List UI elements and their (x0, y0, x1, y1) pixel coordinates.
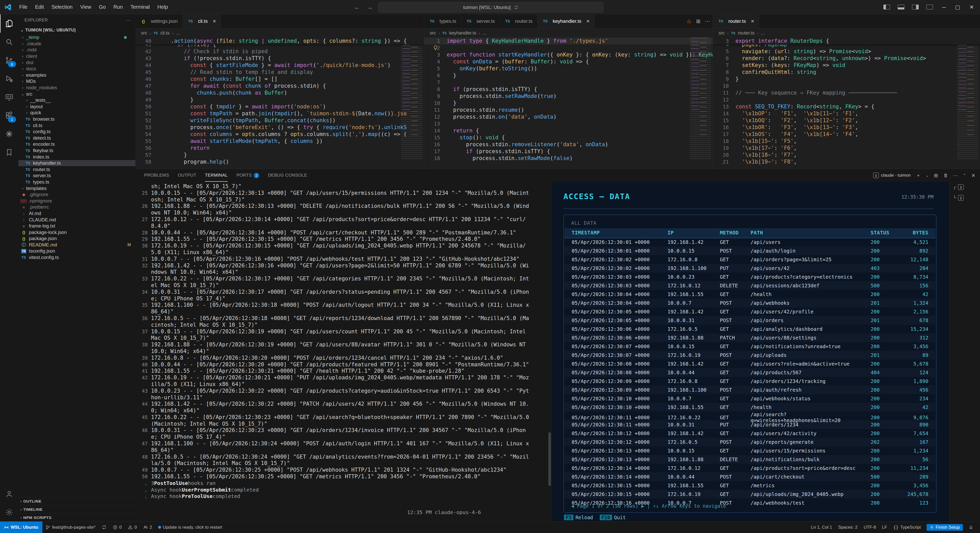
tab-router-ts[interactable]: TSrouter.ts (500, 14, 538, 28)
more-icon[interactable]: ⋯ (705, 18, 710, 24)
tab-server-ts[interactable]: TSserver.ts (461, 14, 500, 28)
toggle-panel-icon[interactable] (898, 5, 904, 10)
folder--temp[interactable]: ›_temp (18, 34, 135, 41)
maximize-panel-icon[interactable]: ⌃ (963, 173, 966, 178)
file-keyhandler-ts[interactable]: TSkeyhandler.ts (18, 160, 135, 166)
account-icon[interactable] (0, 485, 18, 503)
bookmarks-icon[interactable] (0, 143, 18, 162)
minimap[interactable] (690, 38, 711, 160)
finish-setup-button[interactable]: Finish Setup (927, 524, 963, 531)
run-debug-icon[interactable] (0, 70, 18, 88)
code-editor[interactable]: 1import type { KeyHandlerHandle } from '… (424, 38, 713, 169)
status-sync[interactable] (99, 522, 110, 533)
tuimon-terminal[interactable]: ACCESS — DATA 12:35:30 PM ALL DATA TIMES… (552, 182, 949, 522)
terminal-list-item-claude[interactable]: └❯ (949, 193, 980, 203)
close-tab-icon[interactable]: ✕ (213, 19, 216, 24)
menu-run[interactable]: Run (110, 4, 127, 10)
menu-terminal[interactable]: Terminal (126, 4, 154, 10)
file-ai-md[interactable]: ↓AI.md (18, 210, 135, 217)
folder-mds[interactable]: ›MDs (18, 78, 135, 84)
menu-view[interactable]: View (76, 4, 95, 10)
file-types-ts[interactable]: TStypes.ts (18, 179, 135, 185)
status-warn[interactable]: 0 (125, 522, 140, 533)
menu-go[interactable]: Go (95, 4, 110, 10)
breadcrumb[interactable]: src›TSkeyhandler.ts›... (424, 29, 713, 38)
menu-edit[interactable]: Edit (31, 4, 48, 10)
lightbulb-icon[interactable] (433, 45, 438, 50)
breadcrumb[interactable]: src›TScli.ts›... (135, 29, 424, 38)
close-icon[interactable]: ✕ (969, 4, 974, 10)
command-center[interactable]: tuimon [WSL: Ubuntu] (378, 2, 604, 13)
file-claude-md[interactable]: ↓CLAUDE.md (18, 216, 135, 223)
tab-settings-json[interactable]: {}settings.json (135, 14, 183, 28)
panel-tab-debug-console[interactable]: DEBUG CONSOLE (268, 169, 307, 182)
file-readme-md[interactable]: ⓘREADME.mdM (18, 242, 135, 248)
file-package-lock-json[interactable]: {}package-lock.json (18, 229, 135, 235)
more-actions-icon[interactable]: ⋯ (953, 173, 958, 178)
file-router-ts[interactable]: TSrouter.ts (18, 166, 135, 173)
file-cli-ts[interactable]: TScli.ts (18, 122, 135, 129)
folder--tests-[interactable]: ›__tests__ (18, 97, 135, 103)
folder--claude[interactable]: ›.claude (18, 41, 135, 47)
split-icon[interactable]: ⊞ (696, 18, 700, 24)
menu-selection[interactable]: Selection (48, 4, 76, 10)
tab-types-ts[interactable]: TStypes.ts (424, 14, 461, 28)
section-npm-scripts[interactable]: ›NPM SCRIPTS (18, 513, 135, 522)
status-people[interactable]: 2 (140, 522, 155, 533)
code-editor[interactable]: 3export interface RouterDeps {4 pages: P… (713, 38, 980, 169)
status-error[interactable]: 0 (110, 522, 125, 533)
file-config-ts[interactable]: TSconfig.ts (18, 129, 135, 135)
file-server-ts[interactable]: TSserver.ts (18, 173, 135, 179)
tab-keyhandler-ts[interactable]: TSkeyhandler.ts✕ (538, 14, 595, 28)
remote-explorer-icon[interactable] (0, 88, 18, 107)
section-outline[interactable]: ›OUTLINE (18, 497, 135, 505)
status-spaces-2[interactable]: Spaces: 2 (835, 522, 861, 533)
folder-templates[interactable]: ›templates (18, 185, 135, 191)
status-lf[interactable]: LF (879, 522, 890, 533)
back-icon[interactable]: ← (354, 3, 360, 11)
explorer-icon[interactable] (0, 14, 18, 33)
panel-tab-terminal[interactable]: TERMINAL (205, 169, 228, 182)
folder-src[interactable]: ⌄src (18, 91, 135, 97)
workspace-section-header[interactable]: ⌄ TUIMON [WSL: UBUNTU] (18, 26, 135, 34)
file-encoder-ts[interactable]: TSencoder.ts (18, 141, 135, 148)
terminal-list-item-shell[interactable]: ┌❯ (949, 182, 980, 193)
folder-node-modules[interactable]: ›node_modules (18, 84, 135, 91)
file-fkeybar-ts[interactable]: TSfkeybar.ts (18, 148, 135, 154)
folder-client[interactable]: ›client (18, 53, 135, 60)
file--prettierrc[interactable]: ≡.prettierrc (18, 204, 135, 210)
panel-tab-problems[interactable]: PROBLEMS (144, 169, 169, 182)
folder-docs[interactable]: ›docs (18, 66, 135, 72)
file-index-ts[interactable]: TSindex.ts (18, 154, 135, 160)
status-utf-8[interactable]: UTF-8 (861, 522, 879, 533)
notifications-bell-icon[interactable] (966, 522, 977, 533)
claude-icon[interactable] (0, 125, 18, 143)
tab-cli-ts[interactable]: TScli.ts✕ (183, 14, 221, 28)
minimap[interactable] (401, 38, 422, 160)
minimap[interactable] (957, 38, 978, 160)
file-tsconfig-json[interactable]: TStsconfig.json (18, 248, 135, 255)
breadcrumb[interactable]: src›TSrouter.ts›... (713, 29, 980, 38)
maximize-icon[interactable]: ▢ (955, 4, 960, 10)
folder-examples[interactable]: ›examples (18, 72, 135, 78)
toggle-secondary-sidebar-icon[interactable] (912, 5, 919, 10)
close-tab-icon[interactable]: ✕ (751, 19, 754, 24)
folder-dist[interactable]: ›dist (18, 59, 135, 66)
minimize-icon[interactable]: ─ (942, 4, 946, 10)
tab-router-ts[interactable]: TSrouter.ts✕ (713, 14, 759, 28)
status-dot[interactable]: Update is ready, click to restart (155, 522, 225, 533)
status-branch[interactable]: feat/github-pages-site* (43, 522, 99, 533)
remote-indicator[interactable]: >< WSL: Ubuntu (0, 522, 43, 533)
settings-icon[interactable] (0, 503, 18, 522)
file-vitest-config-ts[interactable]: TSvitest.config.ts (18, 255, 135, 261)
file-detect-ts[interactable]: TSdetect.ts (18, 135, 135, 142)
terminal-profile[interactable]: ❯ claude - tuimon (873, 173, 911, 178)
terminal-dropdown-icon[interactable]: ⌄ (926, 173, 929, 177)
folder--mdd[interactable]: ›.mdd (18, 47, 135, 53)
folder-quick[interactable]: ›quick (18, 110, 135, 116)
split-terminal-icon[interactable]: ⊞ (934, 173, 938, 178)
new-terminal-icon[interactable]: ＋ (916, 172, 921, 179)
section-timeline[interactable]: ›TIMELINE (18, 505, 135, 513)
status-typescript[interactable]: {}TypeScript (890, 522, 924, 533)
panel-tab-ports[interactable]: PORTS2 (236, 169, 259, 182)
